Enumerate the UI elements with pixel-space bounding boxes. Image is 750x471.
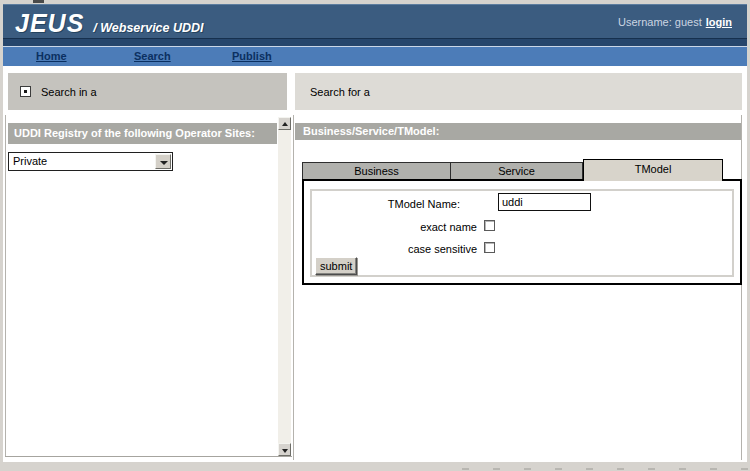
window-top-notch (33, 0, 44, 3)
app-header: JEUS / Webservice UDDI Username: guestlo… (3, 4, 747, 38)
bottom-edge-ticks (462, 468, 748, 470)
exact-name-label: exact name (350, 221, 477, 233)
search-for-label: Search for a (310, 86, 370, 98)
tab-business[interactable]: Business (302, 162, 451, 180)
exact-name-checkbox[interactable] (484, 220, 495, 231)
search-in-label: Search in a (41, 86, 97, 98)
scrollbar-track[interactable] (278, 130, 291, 443)
arrow-up-icon (282, 122, 288, 126)
right-panel-left-border (293, 115, 294, 460)
business-service-tmodel-header: Business/Service/TModel: (295, 123, 741, 140)
tmodel-name-input[interactable] (498, 193, 591, 211)
left-panel-border (5, 115, 6, 456)
username-area: Username: guestlogin (618, 16, 732, 28)
registry-select-value: Private (13, 155, 47, 167)
right-panel-right-border (741, 115, 742, 460)
scroll-up-button[interactable] (278, 117, 291, 130)
nav-link-search[interactable]: Search (134, 50, 171, 62)
nav-link-home[interactable]: Home (36, 50, 67, 62)
jeus-uddi-window: JEUS / Webservice UDDI Username: guestlo… (0, 0, 750, 471)
logo-subtitle: / Webservice UDDI (93, 21, 203, 35)
tab-tmodel[interactable]: TModel (583, 159, 723, 181)
search-for-bar: Search for a (295, 73, 742, 110)
tmodel-name-label: TModel Name: (330, 198, 460, 210)
search-in-bar: Search in a (8, 73, 287, 110)
checkbox-icon[interactable] (20, 86, 31, 97)
scroll-down-button[interactable] (278, 443, 291, 456)
case-sensitive-checkbox[interactable] (484, 242, 495, 253)
jeus-logo-text: JEUS (15, 9, 84, 38)
app-logo: JEUS / Webservice UDDI (15, 9, 204, 38)
tab-service[interactable]: Service (450, 162, 583, 180)
select-dropdown-button[interactable] (155, 154, 171, 169)
header-divider-band (3, 38, 747, 46)
nav-bar: Home Search Publish (3, 47, 747, 66)
left-panel-bottom-border (5, 456, 292, 457)
submit-button[interactable]: submit (315, 257, 357, 275)
username-label: Username: guest (618, 16, 702, 28)
chevron-down-icon (160, 161, 168, 165)
nav-link-publish[interactable]: Publish (232, 50, 272, 62)
registry-section-header: UDDI Registry of the following Operator … (8, 123, 277, 144)
window-left-edge (0, 0, 3, 471)
login-link[interactable]: login (706, 16, 732, 28)
arrow-down-icon (282, 449, 288, 453)
case-sensitive-label: case sensitive (350, 243, 477, 255)
registry-select[interactable]: Private (8, 152, 173, 171)
